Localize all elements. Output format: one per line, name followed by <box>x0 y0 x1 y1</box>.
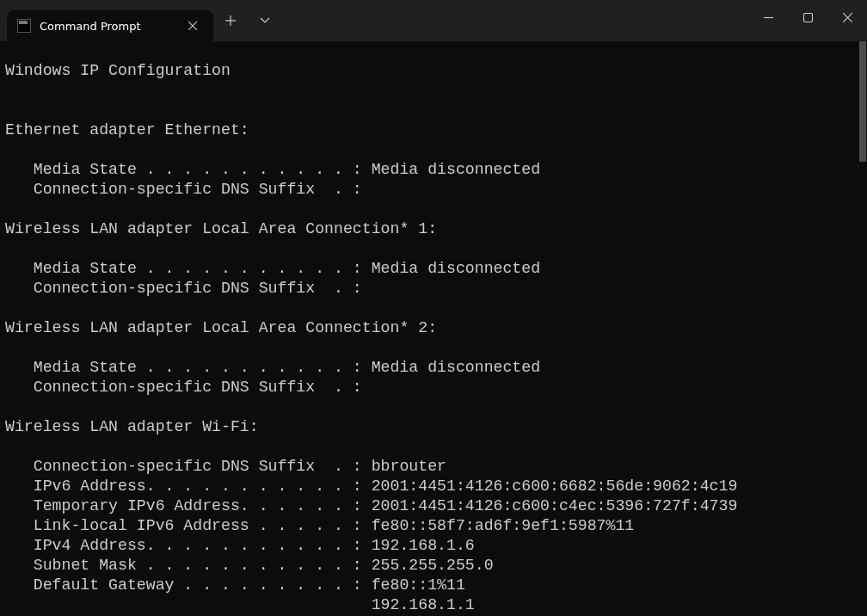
plus-icon <box>225 15 236 26</box>
close-icon <box>188 22 197 30</box>
terminal-area[interactable]: Windows IP Configuration Ethernet adapte… <box>0 41 867 616</box>
tab-dropdown-button[interactable] <box>248 3 282 38</box>
maximize-icon <box>803 13 813 22</box>
tab-actions <box>213 0 282 41</box>
titlebar: Command Prompt <box>0 0 867 41</box>
scrollbar[interactable] <box>858 41 867 616</box>
close-icon <box>843 13 852 22</box>
window-close-button[interactable] <box>827 0 867 34</box>
cmd-icon <box>17 19 31 33</box>
chevron-down-icon <box>260 17 270 24</box>
tabs-region: Command Prompt <box>0 0 282 41</box>
new-tab-button[interactable] <box>213 3 248 38</box>
window-controls <box>748 0 867 41</box>
svg-rect-5 <box>803 13 812 22</box>
tab-title: Command Prompt <box>40 20 174 33</box>
terminal-output: Windows IP Configuration Ethernet adapte… <box>0 41 867 616</box>
maximize-button[interactable] <box>788 0 827 34</box>
scrollbar-thumb[interactable] <box>859 41 866 162</box>
minimize-button[interactable] <box>748 0 788 34</box>
minimize-icon <box>764 13 773 22</box>
tab-close-button[interactable] <box>182 15 203 36</box>
tab-command-prompt[interactable]: Command Prompt <box>7 10 213 41</box>
